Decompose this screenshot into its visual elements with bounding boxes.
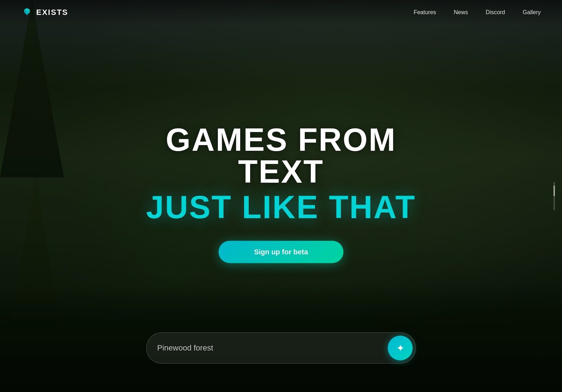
generate-button[interactable]: ✦: [388, 336, 413, 360]
logo[interactable]: EXISTS: [21, 7, 68, 18]
nav-news[interactable]: News: [454, 9, 468, 16]
scroll-thumb: [553, 186, 555, 196]
nav-gallery[interactable]: Gallery: [523, 9, 541, 16]
hero-title-sub: JUST LIKE THAT: [121, 191, 441, 223]
nav-discord[interactable]: Discord: [486, 9, 505, 16]
hero-content: GAMES FROM TEXT JUST LIKE THAT Sign up f…: [121, 123, 441, 263]
scroll-track: [553, 182, 555, 210]
logo-icon: [21, 7, 33, 18]
prompt-input-area: ✦: [146, 332, 416, 364]
brand-name: EXISTS: [36, 8, 68, 17]
nav-features[interactable]: Features: [414, 9, 436, 16]
scroll-indicator: [553, 182, 555, 210]
input-wrapper: ✦: [146, 332, 416, 364]
hero-title-main: GAMES FROM TEXT: [121, 123, 441, 187]
nav-links: Features News Discord Gallery: [414, 9, 541, 16]
prompt-input[interactable]: [157, 343, 388, 353]
cta-button[interactable]: Sign up for beta: [219, 241, 343, 263]
sparkle-icon: ✦: [396, 342, 404, 354]
navigation: EXISTS Features News Discord Gallery: [0, 0, 562, 25]
